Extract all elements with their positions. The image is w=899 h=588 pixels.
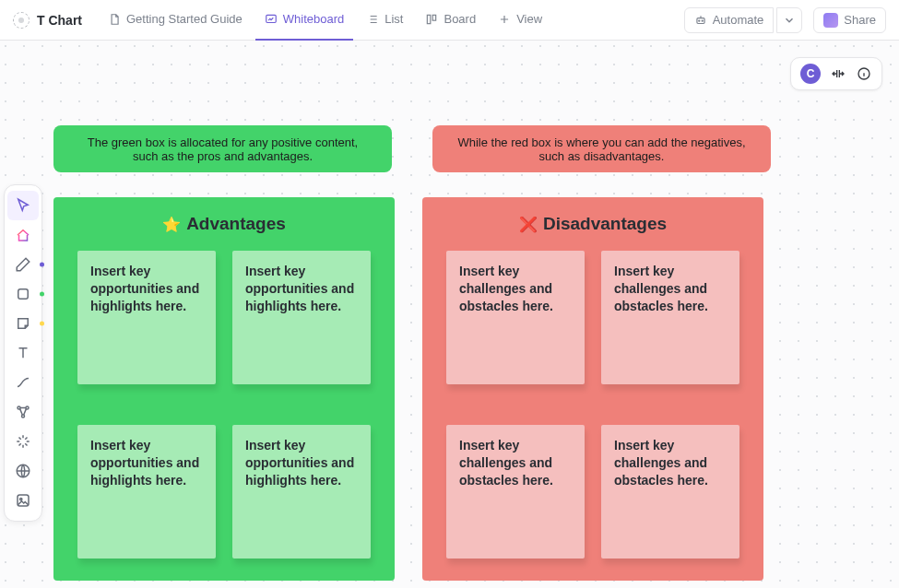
tab-label: List (384, 12, 403, 26)
square-icon (15, 286, 31, 302)
positive-description[interactable]: The green box is allocated for any posit… (53, 125, 392, 172)
note-text: Insert key challenges and obstacles here… (614, 438, 708, 488)
whiteboard-icon (265, 13, 278, 26)
disadvantages-heading: ❌ Disadvantages (446, 214, 739, 234)
user-avatar-icon (823, 13, 838, 28)
automate-menu-button[interactable] (776, 7, 802, 33)
presence-avatar[interactable]: C (800, 64, 821, 84)
list-icon (366, 13, 379, 26)
text-icon (15, 345, 31, 361)
svg-point-5 (702, 20, 703, 21)
topbar: T Chart Getting Started Guide Whiteboard… (0, 0, 899, 41)
relations-tool[interactable] (7, 397, 39, 427)
sticky-tool[interactable] (7, 309, 39, 338)
svg-rect-7 (18, 289, 29, 300)
globe-icon (15, 463, 31, 479)
web-tool[interactable] (7, 456, 39, 486)
graph-icon (15, 404, 31, 420)
sticky-note[interactable]: Insert key challenges and obstacles here… (601, 251, 739, 384)
color-dot (40, 292, 44, 297)
sticky-note[interactable]: Insert key challenges and obstacles here… (446, 425, 585, 559)
magic-tool[interactable] (7, 427, 39, 456)
sticky-note[interactable]: Insert key opportunities and highlights … (232, 425, 371, 559)
whiteboard-canvas[interactable]: C (0, 41, 899, 588)
cursor-tool[interactable] (7, 191, 39, 220)
tab-board[interactable]: Board (416, 0, 485, 41)
share-button[interactable]: Share (813, 7, 886, 33)
tab-whiteboard[interactable]: Whiteboard (255, 0, 353, 41)
side-toolbar (4, 184, 42, 522)
info-button[interactable] (856, 65, 872, 82)
sticky-icon (15, 315, 31, 332)
panel-row: ⭐ Advantages Insert key opportunities an… (53, 197, 763, 581)
automate-button[interactable]: Automate (684, 7, 775, 33)
chevron-down-icon (783, 14, 796, 27)
note-text: Insert key challenges and obstacles here… (459, 438, 553, 488)
note-text: Insert key opportunities and highlights … (90, 264, 199, 313)
svg-point-13 (20, 498, 22, 500)
cross-icon: ❌ (519, 216, 538, 233)
sticky-note[interactable]: Insert key challenges and obstacles here… (446, 251, 585, 384)
add-view-button[interactable]: View (489, 0, 551, 41)
board-icon (425, 13, 438, 26)
note-text: Insert key opportunities and highlights … (245, 438, 354, 488)
svg-point-10 (22, 415, 25, 417)
negative-description[interactable]: While the red box is where you can add t… (432, 125, 771, 172)
positive-description-text: The green box is allocated for any posit… (76, 135, 370, 163)
svg-point-4 (698, 20, 699, 21)
title-wrap: T Chart (13, 12, 82, 29)
tab-label: Whiteboard (283, 12, 344, 26)
svg-rect-0 (266, 15, 277, 22)
advantages-grid: Insert key opportunities and highlights … (77, 251, 371, 559)
note-text: Insert key challenges and obstacles here… (459, 264, 553, 313)
color-dot (40, 322, 44, 326)
color-dot (40, 263, 44, 267)
connector-icon (15, 374, 31, 391)
plus-icon (498, 13, 511, 26)
note-text: Insert key challenges and obstacles here… (614, 264, 708, 313)
ai-tool[interactable] (7, 220, 39, 250)
advantages-heading: ⭐ Advantages (77, 214, 371, 234)
connector-tool[interactable] (7, 368, 39, 397)
avatar-letter: C (807, 67, 815, 80)
sparkle-home-icon (15, 227, 31, 243)
disadvantages-grid: Insert key challenges and obstacles here… (446, 251, 739, 559)
sticky-note[interactable]: Insert key opportunities and highlights … (77, 425, 216, 559)
sparkle-icon (15, 433, 31, 450)
automate-label: Automate (713, 13, 764, 27)
logo-icon (13, 12, 30, 29)
tab-label: Board (444, 12, 476, 26)
advantages-heading-text: Advantages (186, 214, 286, 234)
tab-label: Getting Started Guide (126, 12, 242, 26)
tab-list[interactable]: List (357, 0, 412, 41)
share-label: Share (844, 13, 876, 27)
svg-point-9 (26, 406, 29, 409)
pen-tool[interactable] (7, 250, 39, 279)
disadvantages-panel[interactable]: ❌ Disadvantages Insert key challenges an… (422, 197, 763, 581)
sticky-note[interactable]: Insert key challenges and obstacles here… (601, 425, 739, 559)
note-text: Insert key opportunities and highlights … (245, 264, 354, 313)
image-tool[interactable] (7, 486, 39, 515)
svg-rect-1 (428, 15, 432, 23)
robot-icon (694, 14, 707, 27)
image-icon (15, 492, 31, 509)
svg-rect-2 (433, 15, 437, 20)
shape-tool[interactable] (7, 279, 39, 309)
sticky-note[interactable]: Insert key opportunities and highlights … (232, 251, 371, 384)
text-tool[interactable] (7, 338, 39, 368)
canvas-controls: C (790, 57, 882, 90)
cursor-icon (15, 197, 31, 214)
pen-icon (15, 256, 31, 273)
description-row: The green box is allocated for any posit… (53, 125, 771, 172)
add-view-label: View (516, 12, 542, 26)
negative-description-text: While the red box is where you can add t… (455, 135, 749, 163)
disadvantages-heading-text: Disadvantages (543, 214, 667, 234)
note-text: Insert key opportunities and highlights … (90, 438, 199, 488)
sticky-note[interactable]: Insert key opportunities and highlights … (77, 251, 216, 384)
fit-width-button[interactable] (830, 65, 846, 82)
tab-getting-started[interactable]: Getting Started Guide (99, 0, 252, 41)
advantages-panel[interactable]: ⭐ Advantages Insert key opportunities an… (53, 197, 395, 581)
star-icon: ⭐ (162, 216, 181, 233)
doc-icon (108, 13, 121, 26)
svg-point-8 (18, 406, 20, 409)
